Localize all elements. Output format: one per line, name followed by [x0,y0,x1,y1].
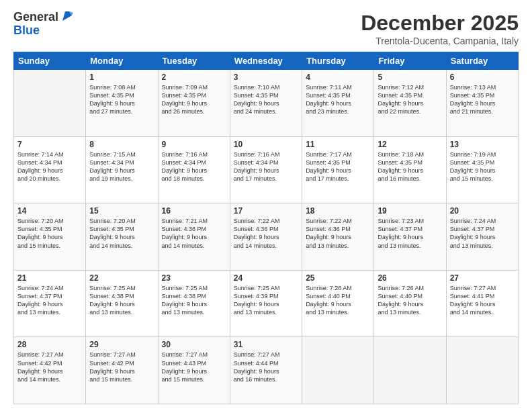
month-title: December 2025 [361,11,519,36]
table-row: 8Sunrise: 7:15 AM Sunset: 4:34 PM Daylig… [86,136,158,203]
table-row: 16Sunrise: 7:21 AM Sunset: 4:36 PM Dayli… [158,203,230,271]
logo-blue: Blue [13,24,75,38]
page-header: General Blue December 2025 Trentola-Duce… [13,11,519,46]
table-row: 28Sunrise: 7:27 AM Sunset: 4:42 PM Dayli… [14,337,86,404]
day-content: Sunrise: 7:15 AM Sunset: 4:34 PM Dayligh… [89,150,154,183]
day-content: Sunrise: 7:26 AM Sunset: 4:40 PM Dayligh… [306,284,370,317]
table-row: 7Sunrise: 7:14 AM Sunset: 4:34 PM Daylig… [14,136,86,203]
day-number: 20 [450,206,515,216]
header-monday: Monday [86,52,158,70]
table-row: 25Sunrise: 7:26 AM Sunset: 4:40 PM Dayli… [302,270,374,337]
table-row: 15Sunrise: 7:20 AM Sunset: 4:35 PM Dayli… [86,203,158,271]
day-content: Sunrise: 7:27 AM Sunset: 4:44 PM Dayligh… [234,351,298,383]
day-number: 4 [306,73,370,82]
table-row: 26Sunrise: 7:26 AM Sunset: 4:40 PM Dayli… [374,270,446,337]
day-content: Sunrise: 7:22 AM Sunset: 4:36 PM Dayligh… [234,217,298,250]
day-number: 27 [450,273,515,283]
table-row: 29Sunrise: 7:27 AM Sunset: 4:42 PM Dayli… [86,337,158,404]
day-content: Sunrise: 7:27 AM Sunset: 4:43 PM Dayligh… [162,351,226,383]
table-row: 3Sunrise: 7:10 AM Sunset: 4:35 PM Daylig… [230,70,302,137]
logo-icon [60,9,75,24]
table-row: 10Sunrise: 7:16 AM Sunset: 4:34 PM Dayli… [230,136,302,203]
day-content: Sunrise: 7:24 AM Sunset: 4:37 PM Dayligh… [450,217,515,250]
day-number: 28 [17,340,82,349]
day-number: 6 [450,73,515,82]
header-wednesday: Wednesday [230,52,302,70]
table-row [446,337,518,404]
header-tuesday: Tuesday [158,52,230,70]
day-content: Sunrise: 7:22 AM Sunset: 4:36 PM Dayligh… [306,217,370,250]
day-content: Sunrise: 7:10 AM Sunset: 4:35 PM Dayligh… [234,83,298,116]
day-number: 16 [162,206,226,216]
day-number: 14 [17,206,82,216]
calendar-table: Sunday Monday Tuesday Wednesday Thursday… [13,52,519,404]
day-number: 8 [89,140,154,149]
day-number: 26 [378,273,442,283]
table-row: 19Sunrise: 7:23 AM Sunset: 4:37 PM Dayli… [374,203,446,271]
header-thursday: Thursday [302,52,374,70]
day-number: 10 [234,140,298,149]
table-row: 4Sunrise: 7:11 AM Sunset: 4:35 PM Daylig… [302,70,374,137]
table-row: 9Sunrise: 7:16 AM Sunset: 4:34 PM Daylig… [158,136,230,203]
calendar-week-row: 14Sunrise: 7:20 AM Sunset: 4:35 PM Dayli… [14,203,519,271]
calendar-body: 1Sunrise: 7:08 AM Sunset: 4:35 PM Daylig… [14,70,519,404]
day-content: Sunrise: 7:25 AM Sunset: 4:38 PM Dayligh… [162,284,226,317]
day-content: Sunrise: 7:17 AM Sunset: 4:35 PM Dayligh… [306,150,370,183]
table-row: 21Sunrise: 7:24 AM Sunset: 4:37 PM Dayli… [14,270,86,337]
day-content: Sunrise: 7:14 AM Sunset: 4:34 PM Dayligh… [17,150,82,183]
day-content: Sunrise: 7:08 AM Sunset: 4:35 PM Dayligh… [89,83,154,116]
day-content: Sunrise: 7:19 AM Sunset: 4:35 PM Dayligh… [450,150,515,183]
table-row: 30Sunrise: 7:27 AM Sunset: 4:43 PM Dayli… [158,337,230,404]
table-row: 17Sunrise: 7:22 AM Sunset: 4:36 PM Dayli… [230,203,302,271]
day-number: 17 [234,206,298,216]
day-content: Sunrise: 7:24 AM Sunset: 4:37 PM Dayligh… [17,284,82,317]
day-number: 9 [162,140,226,149]
table-row: 5Sunrise: 7:12 AM Sunset: 4:35 PM Daylig… [374,70,446,137]
table-row: 11Sunrise: 7:17 AM Sunset: 4:35 PM Dayli… [302,136,374,203]
day-content: Sunrise: 7:11 AM Sunset: 4:35 PM Dayligh… [306,83,370,116]
table-row: 6Sunrise: 7:13 AM Sunset: 4:35 PM Daylig… [446,70,518,137]
day-number: 1 [89,73,154,82]
day-number: 29 [89,340,154,349]
table-row: 27Sunrise: 7:27 AM Sunset: 4:41 PM Dayli… [446,270,518,337]
title-area: December 2025 Trentola-Ducenta, Campania… [361,11,519,46]
header-saturday: Saturday [446,52,518,70]
calendar-header-row: Sunday Monday Tuesday Wednesday Thursday… [14,52,519,70]
table-row: 13Sunrise: 7:19 AM Sunset: 4:35 PM Dayli… [446,136,518,203]
day-content: Sunrise: 7:26 AM Sunset: 4:40 PM Dayligh… [378,284,442,317]
table-row: 2Sunrise: 7:09 AM Sunset: 4:35 PM Daylig… [158,70,230,137]
location-subtitle: Trentola-Ducenta, Campania, Italy [361,36,519,46]
calendar-week-row: 7Sunrise: 7:14 AM Sunset: 4:34 PM Daylig… [14,136,519,203]
calendar-week-row: 28Sunrise: 7:27 AM Sunset: 4:42 PM Dayli… [14,337,519,404]
day-number: 19 [378,206,442,216]
table-row: 1Sunrise: 7:08 AM Sunset: 4:35 PM Daylig… [86,70,158,137]
day-content: Sunrise: 7:21 AM Sunset: 4:36 PM Dayligh… [162,217,226,250]
day-content: Sunrise: 7:09 AM Sunset: 4:35 PM Dayligh… [162,83,226,116]
day-number: 25 [306,273,370,283]
day-number: 23 [162,273,226,283]
day-number: 30 [162,340,226,349]
calendar-week-row: 1Sunrise: 7:08 AM Sunset: 4:35 PM Daylig… [14,70,519,137]
day-content: Sunrise: 7:25 AM Sunset: 4:39 PM Dayligh… [234,284,298,317]
day-number: 18 [306,206,370,216]
table-row [14,70,86,137]
day-number: 22 [89,273,154,283]
day-content: Sunrise: 7:23 AM Sunset: 4:37 PM Dayligh… [378,217,442,250]
day-number: 13 [450,140,515,149]
day-content: Sunrise: 7:16 AM Sunset: 4:34 PM Dayligh… [234,150,298,183]
table-row [374,337,446,404]
table-row [302,337,374,404]
day-number: 12 [378,140,442,149]
table-row: 12Sunrise: 7:18 AM Sunset: 4:35 PM Dayli… [374,136,446,203]
table-row: 23Sunrise: 7:25 AM Sunset: 4:38 PM Dayli… [158,270,230,337]
day-content: Sunrise: 7:16 AM Sunset: 4:34 PM Dayligh… [162,150,226,183]
day-content: Sunrise: 7:13 AM Sunset: 4:35 PM Dayligh… [450,83,515,116]
day-content: Sunrise: 7:27 AM Sunset: 4:42 PM Dayligh… [17,351,82,383]
day-number: 15 [89,206,154,216]
day-number: 3 [234,73,298,82]
day-number: 5 [378,73,442,82]
day-number: 21 [17,273,82,283]
day-number: 24 [234,273,298,283]
day-content: Sunrise: 7:20 AM Sunset: 4:35 PM Dayligh… [17,217,82,250]
table-row: 14Sunrise: 7:20 AM Sunset: 4:35 PM Dayli… [14,203,86,271]
